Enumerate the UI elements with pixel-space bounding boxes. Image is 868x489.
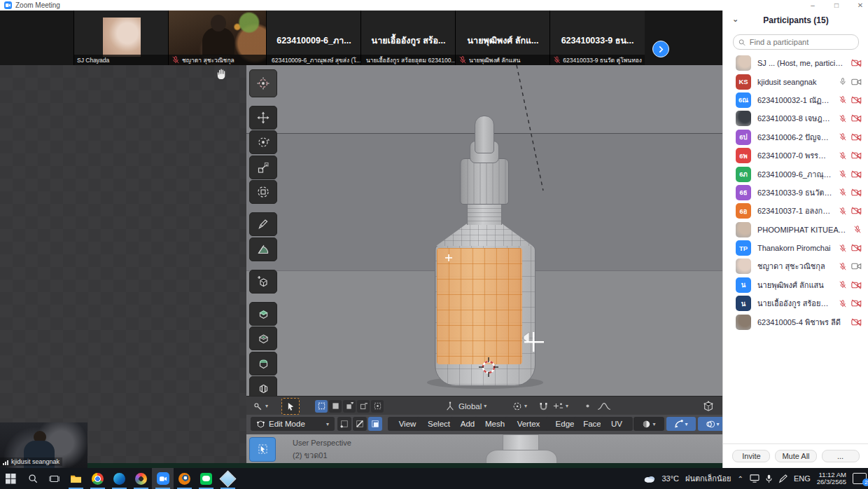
video-tile[interactable]: ชญาดา สุชะวณิชกุล — [168, 11, 267, 65]
participant-name: 623410007-0 พรรณนิกา ผลเจริญ — [757, 149, 832, 162]
screen: Zoom Meeting – □ ✕ SJ Chayadaชญาดา สุชะว… — [0, 0, 868, 489]
video-tile[interactable]: นายพุฒิพงศ์ ลักแ...นายพุฒิพงศ์ ลักแสน — [455, 11, 550, 65]
participant-row[interactable]: นนายเอื้ออังกูร สร้อยอุดม 623410059-1 — [723, 294, 868, 312]
taskbar-photos-icon[interactable] — [217, 468, 239, 489]
participant-row[interactable]: 6ภ623410009-6_ภาณุพงษ์ สุขส่ง (โอม) — [723, 165, 868, 183]
taskbar-file-explorer-icon[interactable] — [65, 468, 87, 489]
taskbar-zoom-icon[interactable] — [152, 468, 174, 489]
video-tile[interactable]: นายเอื้ออังกูร สร้อ...นายเอื้ออังกูร สร้… — [360, 11, 456, 65]
viewport-annotations — [246, 65, 722, 396]
strip-active-tool-button[interactable] — [249, 437, 276, 462]
participant-row[interactable]: PHOOMIPHAT KITUEAWIRIYA — [723, 221, 868, 239]
participant-row[interactable]: ชญาดา สุชะวณิชกุล — [723, 257, 868, 275]
participant-row[interactable]: 623410005-4 พิชาพร ลีดี — [723, 312, 868, 331]
pen-icon[interactable] — [778, 474, 788, 483]
participant-name: นายพุฒิพงศ์ ลักแสน — [757, 279, 832, 291]
proportional-editing-icon[interactable] — [584, 399, 592, 413]
snap-magnet-icon[interactable] — [539, 399, 548, 413]
tool-bevel[interactable] — [249, 352, 277, 376]
blender-3d-viewport[interactable] — [246, 65, 722, 396]
search-input[interactable] — [748, 37, 853, 47]
participant-status-icons — [851, 318, 862, 326]
video-tile[interactable]: SJ Chayada — [74, 11, 169, 65]
taskbar-chrome-icon[interactable] — [87, 468, 108, 489]
tool-scale[interactable] — [249, 156, 277, 179]
face-select-toggle[interactable] — [368, 417, 382, 431]
active-tool-button[interactable] — [281, 398, 300, 415]
tray-language[interactable]: ENG — [794, 474, 811, 483]
pivot-point-dropdown[interactable]: ▾ — [512, 399, 527, 413]
tool-measure[interactable] — [249, 237, 277, 261]
avatar: 6พ — [736, 148, 751, 163]
transform-orientation-dropdown[interactable]: Global ▾ — [445, 399, 486, 413]
vertex-select-toggle[interactable] — [337, 417, 351, 431]
tool-annotate[interactable] — [249, 212, 277, 236]
select-mode-tweak[interactable] — [315, 400, 328, 413]
select-mode-intersect[interactable] — [371, 400, 384, 413]
taskbar-start-icon[interactable] — [0, 468, 22, 489]
taskbar-color-wheel-icon[interactable] — [130, 468, 152, 489]
tool-inset-faces[interactable] — [249, 326, 277, 350]
self-video-overlay[interactable]: kjidusit seangnak — [0, 422, 88, 468]
video-tile[interactable]: 623410033-9 ธน...623410033-9 ธนวัต คู่โพ… — [550, 11, 645, 65]
avatar — [736, 222, 751, 237]
mesh-edit-icon[interactable] — [703, 399, 714, 413]
close-button[interactable]: ✕ — [855, 1, 865, 10]
tile-name-label: 623410009-6_ภาณุพงษ์ สุขส่ง (โ... — [267, 55, 361, 65]
collapse-chevron-icon[interactable]: ⌄ — [732, 15, 738, 24]
snap-target-dropdown[interactable]: ▾ — [553, 399, 568, 413]
participant-row[interactable]: 6ธ623410033-9 ธนวัต คู่โพนทอง — [723, 184, 868, 202]
shading-dropdown[interactable]: ▾ — [634, 417, 664, 431]
participant-row[interactable]: 6ณ6234100032-1 ณัฏฐา ซ้อนสลี — [723, 91, 868, 109]
select-mode-new[interactable] — [329, 400, 342, 413]
tool-transform[interactable] — [249, 180, 277, 204]
participant-row[interactable]: 6พ623410007-0 พรรณนิกา ผลเจริญ — [723, 146, 868, 165]
gizmo-toggle-button[interactable]: ▾ — [666, 417, 696, 431]
edge-select-toggle[interactable] — [353, 417, 367, 431]
taskbar-search-icon[interactable] — [22, 468, 43, 489]
minimize-button[interactable]: – — [808, 1, 818, 10]
tool-add-cube[interactable] — [249, 270, 277, 294]
pan-hand-cursor — [216, 67, 229, 83]
participant-silhouette — [202, 27, 234, 55]
participant-row[interactable]: นนายพุฒิพงศ์ ลักแสน — [723, 276, 868, 294]
blender-second-viewport[interactable]: User Perspective (2) ขวด01 — [246, 434, 722, 463]
tray-expand-chevron[interactable]: ⌃ — [738, 475, 743, 483]
tool-settings-icon[interactable]: ▾ — [252, 399, 268, 413]
participant-row[interactable]: SJ ... (Host, me, participant ID: 142733… — [723, 54, 868, 72]
tool-move[interactable] — [249, 106, 277, 130]
more-options-button[interactable]: ... — [822, 450, 860, 462]
tray-weather-text[interactable]: ฝนตกเล็กน้อย — [685, 472, 732, 485]
participant-row[interactable]: 6ป623410006-2 ปัญจพล อ่อนโคทา — [723, 128, 868, 146]
tool-loop-cut[interactable] — [249, 376, 277, 396]
falloff-curve-icon[interactable] — [596, 399, 612, 413]
taskbar-line-icon[interactable] — [195, 468, 217, 489]
display-icon[interactable] — [750, 474, 760, 483]
video-tile[interactable]: 623410009-6_ภา...623410009-6_ภาณุพงษ์ สุ… — [266, 11, 361, 65]
tool-tweak[interactable] — [249, 69, 277, 97]
participant-search[interactable] — [733, 34, 859, 50]
mute-all-button[interactable]: Mute All — [775, 450, 816, 462]
participant-name: 623410033-9 ธนวัต คู่โพนทอง — [757, 186, 832, 199]
menu-vertex[interactable]: Vertex — [505, 417, 552, 431]
participant-row[interactable]: TPThanakorn Piromchai — [723, 239, 868, 257]
next-page-button[interactable] — [652, 41, 669, 57]
taskbar-task-view-icon[interactable] — [43, 468, 65, 489]
menu-uv[interactable]: UV — [601, 417, 633, 431]
mode-dropdown[interactable]: Edit Mode ▾ — [251, 417, 335, 431]
participant-row[interactable]: 6อ623410037-1 อลงกรณ์ ประดิษฐวงษ์ — [723, 202, 868, 220]
taskbar-edge-icon[interactable] — [108, 468, 130, 489]
participant-row[interactable]: KSkjidusit seangnak — [723, 72, 868, 90]
taskbar-blender-icon[interactable] — [174, 468, 195, 489]
participant-row[interactable]: 623410003-8 เจษฎาพร แสงสีงาม — [723, 109, 868, 128]
select-mode-subtract[interactable] — [357, 400, 370, 413]
tray-temperature[interactable]: 33°C — [662, 474, 679, 483]
tool-rotate[interactable] — [249, 130, 277, 154]
notification-center-icon[interactable]: 2 — [853, 473, 867, 484]
invite-button[interactable]: Invite — [732, 450, 770, 462]
select-mode-add[interactable] — [343, 400, 356, 413]
tray-mic-icon[interactable] — [766, 474, 772, 483]
tool-extrude-region[interactable] — [249, 302, 277, 326]
tray-clock[interactable]: 11:12 AM 26/3/2565 — [817, 471, 846, 485]
maximize-button[interactable]: □ — [832, 1, 841, 10]
